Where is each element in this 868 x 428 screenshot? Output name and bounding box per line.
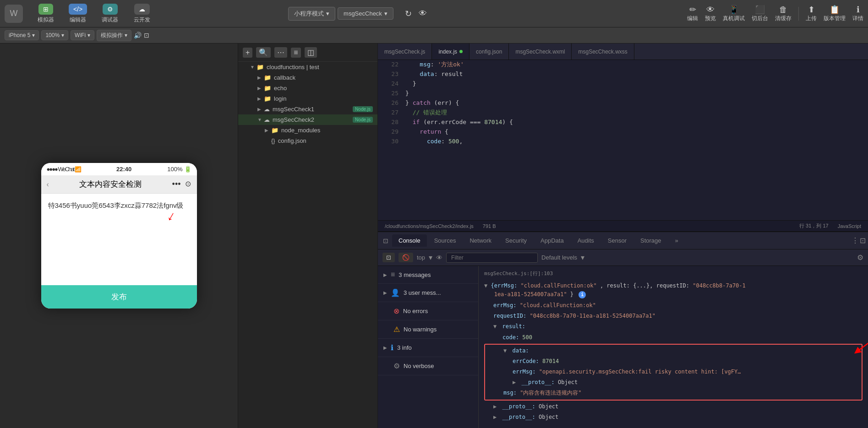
refresh-button[interactable]: ↻ bbox=[405, 9, 412, 19]
top-summary-line[interactable]: ▼ {errMsg: "cloud.callFunction:ok" , res… bbox=[484, 280, 863, 300]
console-gear-icon[interactable]: ⚙ bbox=[857, 253, 863, 262]
mode-dropdown[interactable]: 小程序模式 ▾ bbox=[288, 7, 335, 21]
code-line-22: 22 msg: '方法ok' bbox=[378, 60, 868, 70]
field-requestID: requestID: "048cc8b8-7a70-11ea-a181-5254… bbox=[493, 311, 863, 321]
field-errCode: errCode: 87014 bbox=[513, 356, 862, 367]
tab-msgSecCheck-js[interactable]: msgSecCheck.js bbox=[378, 43, 432, 60]
list-item-no-errors[interactable]: ⊗ No errors bbox=[378, 302, 478, 320]
wechat-back-icon[interactable]: ‹ bbox=[47, 180, 49, 189]
tab-appdata-label: AppData bbox=[540, 237, 564, 244]
tab-more[interactable]: » bbox=[669, 234, 685, 247]
network-select[interactable]: WiFi ▾ bbox=[71, 30, 94, 40]
cutover-button[interactable]: ⬛ 切后台 bbox=[752, 5, 768, 22]
code-editor[interactable]: 22 msg: '方法ok' 23 data: result 24 } 25 }… bbox=[378, 60, 868, 220]
preview-button[interactable]: 👁 预览 bbox=[705, 5, 716, 22]
clearcache-label: 清缓存 bbox=[775, 15, 792, 22]
wechat-more-icon[interactable]: ••• bbox=[172, 179, 181, 189]
tab-sensor[interactable]: Sensor bbox=[601, 234, 633, 247]
tree-item-callback[interactable]: ▶ 📁 callback bbox=[238, 72, 377, 83]
clearcache-button[interactable]: 🗑 清缓存 bbox=[775, 5, 792, 22]
operation-select[interactable]: 模拟操作 ▾ bbox=[97, 30, 131, 41]
cutover-icon: ⬛ bbox=[755, 5, 765, 15]
tree-item-msgSecCheck2[interactable]: ▼ ☁ msgSecCheck2 Node.js bbox=[238, 114, 377, 125]
tree-item-msgSecCheck1[interactable]: ▶ ☁ msgSecCheck1 Node.js bbox=[238, 104, 377, 114]
phone-time: 22:40 bbox=[116, 166, 131, 173]
tab-msgSecCheck-wxml[interactable]: msgSecCheck.wxml bbox=[509, 43, 572, 60]
preview-icon-button[interactable]: 👁 bbox=[419, 9, 427, 18]
summary-result: , result: {...}, requestID: bbox=[600, 282, 693, 289]
version-mgr-icon: 📋 bbox=[830, 5, 840, 15]
eye-icon[interactable]: 👁 bbox=[436, 254, 442, 261]
field-proto-top[interactable]: ▶ __proto__: Object bbox=[493, 412, 863, 423]
list-item-no-warnings[interactable]: ⚠ No warnings bbox=[378, 320, 478, 339]
zoom-select[interactable]: 100% ▾ bbox=[41, 30, 68, 40]
debugger-button[interactable]: ⚙ 调试器 bbox=[98, 4, 121, 24]
wechat-camera-icon[interactable]: ⊙ bbox=[185, 179, 191, 189]
level-chevron-icon: ▾ bbox=[581, 253, 584, 262]
console-block-button[interactable]: 🚫 bbox=[399, 253, 413, 262]
realtest-button[interactable]: 📱 真机调试 bbox=[723, 5, 745, 22]
field-result[interactable]: ▼ result: bbox=[493, 321, 863, 332]
tree-item-echo[interactable]: ▶ 📁 echo bbox=[238, 83, 377, 93]
tree-item-config[interactable]: {} config.json bbox=[238, 135, 377, 146]
layout-file-button[interactable]: ≡ bbox=[291, 48, 300, 58]
tab-security[interactable]: Security bbox=[499, 234, 533, 247]
tab-network[interactable]: Network bbox=[463, 234, 498, 247]
version-mgr-button[interactable]: 📋 版本管理 bbox=[824, 5, 846, 22]
detail-button[interactable]: ℹ 详情 bbox=[852, 5, 863, 22]
no-warnings-label: No warnings bbox=[404, 326, 437, 333]
user-messages-label: 3 user mess... bbox=[404, 289, 441, 296]
project-dropdown[interactable]: msgSecCheck ▾ bbox=[338, 7, 393, 20]
tab-sources[interactable]: Sources bbox=[428, 234, 463, 247]
preview-label: 预览 bbox=[705, 15, 716, 22]
cloud-button[interactable]: ☁ 云开发 bbox=[131, 4, 153, 24]
tab-audits[interactable]: Audits bbox=[571, 234, 601, 247]
console-collapse-button[interactable]: ⊡ bbox=[380, 236, 391, 245]
tab-appdata[interactable]: AppData bbox=[534, 234, 570, 247]
split-file-button[interactable]: ◫ bbox=[305, 47, 317, 58]
console-settings-button[interactable]: ⋮ bbox=[852, 236, 859, 245]
tree-item-cloudfunctions[interactable]: ▼ 📁 cloudfunctions | test bbox=[238, 62, 377, 72]
expand-arrow-icon: ▼ bbox=[257, 117, 264, 122]
svg-line-0 bbox=[857, 331, 868, 352]
simulator-button[interactable]: ⊞ 模拟器 bbox=[34, 4, 57, 24]
add-file-button[interactable]: + bbox=[243, 48, 252, 58]
nodejs-badge2: Node.js bbox=[353, 117, 373, 123]
list-item-messages[interactable]: ▶ ≡ 3 messages bbox=[378, 266, 478, 284]
field-data[interactable]: ▼ data: bbox=[503, 346, 862, 356]
editor-button[interactable]: </> 编辑器 bbox=[66, 4, 89, 24]
edit-button[interactable]: ✏ 编辑 bbox=[687, 5, 698, 22]
list-item-no-verbose[interactable]: ⚙ No verbose bbox=[378, 357, 478, 375]
code-line-23: 23 data: result bbox=[378, 70, 868, 79]
screen-button[interactable]: ⊡ bbox=[144, 32, 149, 39]
console-clear-button[interactable]: ⊡ bbox=[382, 253, 395, 262]
simulator-label: 模拟器 bbox=[38, 16, 54, 24]
tab-msgSecCheck-wxss[interactable]: msgSecCheck.wxss bbox=[572, 43, 634, 60]
list-arrow-icon: ▶ bbox=[383, 345, 387, 350]
tab-storage[interactable]: Storage bbox=[634, 234, 668, 247]
tab-config-json[interactable]: config.json bbox=[469, 43, 509, 60]
more-file-button[interactable]: ⋯ bbox=[274, 47, 287, 58]
tabs-bar: msgSecCheck.js index.js config.json msgS… bbox=[378, 43, 868, 60]
tab-security-label: Security bbox=[505, 237, 527, 244]
tab-index-js[interactable]: index.js bbox=[432, 43, 469, 60]
wechat-footer[interactable]: 发布 bbox=[41, 285, 197, 309]
console-expand-button[interactable]: ⊡ bbox=[860, 236, 866, 245]
tree-item-login[interactable]: ▶ 📁 login bbox=[238, 93, 377, 104]
list-item-user-messages[interactable]: ▶ 👤 3 user mess... bbox=[378, 284, 478, 302]
network-chevron-icon: ▾ bbox=[87, 32, 90, 38]
upload-button[interactable]: ⬆ 上传 bbox=[806, 5, 817, 22]
volume-button[interactable]: 🔊 bbox=[134, 32, 142, 39]
field-proto-inner[interactable]: ▶ __proto__: Object bbox=[513, 377, 862, 388]
info-badge-icon: i bbox=[579, 291, 586, 298]
field-proto-result[interactable]: ▶ __proto__: Object bbox=[493, 401, 863, 412]
device-select[interactable]: iPhone 5 ▾ bbox=[5, 30, 39, 40]
list-item-3-info[interactable]: ▶ ℹ 3 info bbox=[378, 339, 478, 357]
debugger-label: 调试器 bbox=[102, 16, 118, 24]
search-file-button[interactable]: 🔍 bbox=[256, 47, 271, 58]
tab-more-label: » bbox=[675, 237, 678, 244]
tree-item-node-modules[interactable]: ▶ 📁 node_modules bbox=[238, 125, 377, 135]
console-filter-input[interactable] bbox=[446, 253, 538, 263]
tab-console[interactable]: Console bbox=[392, 234, 427, 247]
ref-line: msgSecCheck.js:[行]:103 bbox=[484, 270, 863, 278]
